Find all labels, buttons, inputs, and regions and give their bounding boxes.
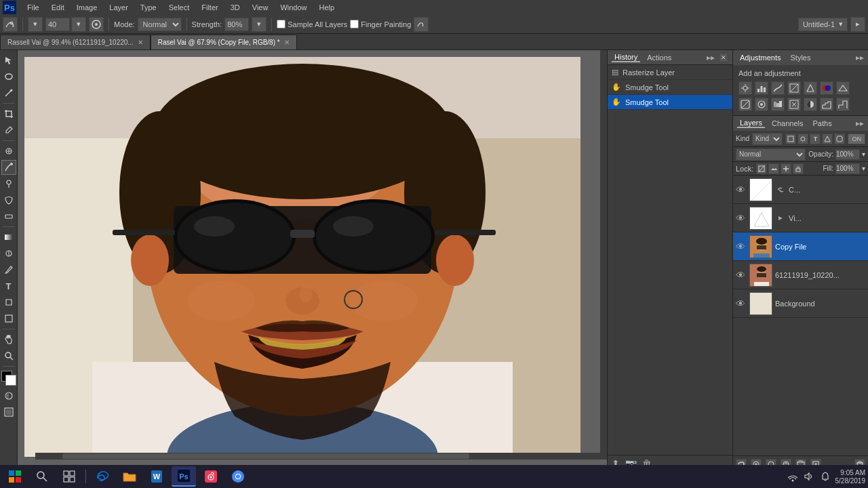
adj-colorbalance-icon[interactable] [836,81,850,95]
opacity-dropdown[interactable]: ▾ [862,150,865,158]
adj-exposure-icon[interactable] [787,81,801,95]
tool-magic-wand[interactable] [1,85,16,100]
adj-vibrance-icon[interactable] [804,81,817,95]
filter-kind-select[interactable]: Kind [752,133,783,145]
tab-adjustments[interactable]: Adjustments [737,54,784,62]
tool-hand[interactable] [1,332,16,347]
finger-painting-icon[interactable] [414,17,429,32]
layers-collapse[interactable]: ▸▸ [856,119,864,128]
layer-item-vi[interactable]: 👁 Vi... [733,204,868,232]
lock-image-icon[interactable] [768,163,779,174]
layer-item-c[interactable]: 👁 C... [733,176,868,204]
adj-channelmixer-icon[interactable] [771,98,785,111]
tool-zoom[interactable] [1,348,16,363]
adj-photofilter-icon[interactable] [755,98,768,111]
tray-volume[interactable] [803,470,815,483]
history-panel-menu[interactable]: ▸▸ [707,53,715,62]
fill-dropdown[interactable]: ▾ [862,165,865,172]
history-item-0[interactable]: ▤ Rasterize Layer [608,65,732,80]
filter-pixel-icon[interactable] [785,134,796,144]
adj-threshold-icon[interactable] [836,98,850,111]
tool-crop[interactable] [1,106,16,121]
tab-styles[interactable]: Styles [788,54,814,62]
collapse-right-panel[interactable]: ▸ [850,17,865,32]
taskbar-chrome[interactable] [226,466,250,487]
tool-clone-stamp[interactable] [1,176,16,191]
tab-close-rassell[interactable]: ✕ [138,39,143,46]
tray-network[interactable] [787,470,799,483]
background-color[interactable] [5,375,16,386]
sample-all-label[interactable]: Sample All Layers [277,20,347,28]
tool-dodge[interactable] [1,246,16,261]
adj-hue-icon[interactable] [820,81,833,95]
tool-path-select[interactable] [1,295,16,310]
layer-vis-vi[interactable]: 👁 [736,213,747,224]
taskbar-word[interactable]: W [144,466,169,487]
menu-edit[interactable]: Edit [46,2,70,13]
taskbar-taskview[interactable] [57,466,81,487]
filter-type-icon[interactable]: T [810,134,821,144]
brush-preset-btn[interactable]: ▾ [28,17,43,32]
adj-collapse[interactable]: ▸▸ [856,53,864,62]
tool-shape[interactable] [1,311,16,326]
adj-curves-icon[interactable] [771,81,785,95]
menu-type[interactable]: Type [135,2,162,13]
tool-lasso[interactable] [1,69,16,84]
screen-mode[interactable] [1,405,16,420]
history-item-2[interactable]: ✋ Smudge Tool [608,95,732,110]
strength-icon[interactable] [89,17,104,32]
color-selector[interactable] [1,371,16,386]
menu-file[interactable]: File [22,2,45,13]
filter-shape-icon[interactable] [822,134,833,144]
tool-history-brush[interactable] [1,192,16,207]
mode-select[interactable]: Normal Darken Lighten [138,18,182,31]
fill-input[interactable] [835,163,860,174]
adj-levels-icon[interactable] [755,81,768,95]
tool-pen[interactable] [1,262,16,277]
strength-input[interactable] [224,18,249,31]
tab-layers[interactable]: Layers [737,119,765,128]
layer-item-background[interactable]: 👁 Background [733,289,868,318]
tab-rassell[interactable]: Rassell Vai @ 99.4% (61211919_10220... ✕ [0,35,151,49]
menu-select[interactable]: Select [163,2,195,13]
menu-image[interactable]: Image [71,2,103,13]
tool-eraser[interactable] [1,209,16,224]
taskbar-explorer[interactable] [117,466,142,487]
adj-brightness-icon[interactable] [738,81,752,95]
menu-filter[interactable]: Filter [196,2,223,13]
brush-size-input[interactable]: 40 [45,18,70,31]
filter-smart-icon[interactable] [834,134,845,144]
tray-time[interactable]: 9:05 AM 5/28/2019 [835,469,866,485]
menu-help[interactable]: Help [314,2,340,13]
tab-history[interactable]: History [612,53,640,62]
strength-dropdown[interactable]: ▾ [252,17,267,32]
taskbar-edge[interactable] [90,466,115,487]
tab-paths[interactable]: Paths [810,119,835,127]
tool-brush[interactable] [1,160,16,175]
quick-mask-toggle[interactable] [1,388,16,403]
tool-healing[interactable] [1,144,16,159]
history-panel-expand[interactable]: ✕ [719,53,728,62]
layer-vis-background[interactable]: 👁 [736,298,747,309]
menu-view[interactable]: View [247,2,274,13]
doc-title-dropdown[interactable]: Untitled-1 ▾ [798,18,848,31]
start-button[interactable] [3,466,27,487]
layer-item-original[interactable]: 👁 61211919_10220... [733,261,868,289]
vertical-scrollbar[interactable] [600,50,607,460]
tool-selection[interactable] [1,53,16,68]
lock-position-icon[interactable] [781,163,791,174]
tab-rasel[interactable]: Rasel Vai @ 67.9% (Copy File, RGB/8) * ✕ [151,35,297,49]
tab-actions[interactable]: Actions [644,54,674,62]
lock-transparent-icon[interactable] [756,163,767,174]
taskbar-search[interactable] [30,466,54,487]
layer-vis-copyfile[interactable]: 👁 [736,241,747,252]
taskbar-itunes[interactable] [199,466,223,487]
tab-channels[interactable]: Channels [769,119,806,127]
adj-blackwhite-icon[interactable] [738,98,752,111]
adj-invert-icon[interactable] [804,98,817,111]
tool-text[interactable]: T [1,279,16,293]
tray-notifications[interactable] [819,470,831,483]
tool-eyedropper[interactable] [1,123,16,138]
menu-3d[interactable]: 3D [225,2,245,13]
menu-window[interactable]: Window [275,2,312,13]
